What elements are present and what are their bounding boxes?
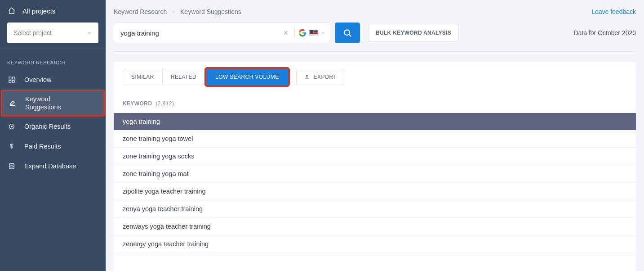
breadcrumb-current[interactable]: Keyword Suggestions	[180, 8, 241, 15]
sidebar: All projects Select project KEYWORD RESE…	[0, 0, 106, 271]
svg-rect-9	[305, 79, 308, 79]
sidebar-item-label-line1: Keyword	[25, 95, 61, 103]
search-engine-selector[interactable]	[298, 29, 325, 37]
svg-point-7	[344, 30, 350, 35]
flag-us-icon	[309, 30, 318, 36]
project-select[interactable]: Select project	[7, 23, 98, 43]
grid-icon	[7, 75, 16, 84]
table-row[interactable]: zone training yoga socks	[114, 148, 636, 165]
sidebar-item-overview[interactable]: Overview	[0, 70, 106, 90]
google-icon	[298, 29, 306, 37]
data-date-label: Data for October 2020	[573, 29, 636, 36]
svg-rect-0	[9, 77, 11, 79]
table-row[interactable]: zipolite yoga teacher training	[114, 183, 636, 200]
sidebar-section-header: KEYWORD RESEARCH	[0, 49, 106, 70]
table-row[interactable]: zenways yoga teacher training	[114, 218, 636, 235]
keyword-list: yoga training zone training yoga towel z…	[114, 113, 636, 271]
dollar-icon	[7, 142, 16, 151]
svg-rect-2	[9, 80, 11, 82]
results-panel: SIMILAR RELATED LOW SEARCH VOLUME EXPORT…	[114, 62, 636, 271]
sidebar-item-paid-results[interactable]: Paid Results	[0, 136, 106, 156]
table-row[interactable]: zone training yoga mat	[114, 165, 636, 183]
all-projects-label: All projects	[22, 7, 55, 15]
sidebar-item-keyword-suggestions[interactable]: Keyword Suggestions	[1, 90, 105, 117]
svg-rect-1	[12, 77, 14, 79]
target-icon	[7, 122, 16, 131]
export-button[interactable]: EXPORT	[296, 69, 345, 85]
tab-similar[interactable]: SIMILAR	[123, 69, 163, 85]
table-row[interactable]: yoga training	[114, 113, 636, 130]
clear-icon[interactable]: ×	[280, 28, 291, 38]
divider	[294, 27, 295, 38]
svg-point-5	[11, 126, 13, 127]
sidebar-item-expand-database[interactable]: Expand Database	[0, 156, 106, 176]
chevron-down-icon	[321, 31, 325, 35]
sidebar-item-label: Paid Results	[24, 142, 61, 150]
sidebar-item-label-line2: Suggestions	[25, 103, 61, 111]
upload-icon	[304, 74, 310, 80]
tab-low-search-volume[interactable]: LOW SEARCH VOLUME	[204, 67, 290, 87]
search-icon	[343, 28, 352, 37]
svg-line-8	[349, 35, 351, 37]
edit-icon	[8, 99, 17, 108]
filter-tabs: SIMILAR RELATED LOW SEARCH VOLUME	[123, 69, 290, 85]
chevron-right-icon	[171, 9, 176, 14]
breadcrumb-root[interactable]: Keyword Research	[114, 8, 167, 15]
breadcrumb: Keyword Research Keyword Suggestions	[114, 8, 241, 15]
keyword-input[interactable]	[120, 29, 280, 37]
list-header-count: (2,912)	[155, 100, 174, 107]
sidebar-item-label: Expand Database	[24, 162, 76, 170]
search-box: ×	[114, 23, 330, 43]
project-select-placeholder: Select project	[13, 29, 52, 36]
tab-related[interactable]: RELATED	[163, 69, 205, 85]
bulk-keyword-analysis-button[interactable]: BULK KEYWORD ANALYSIS	[368, 24, 459, 42]
list-header: KEYWORD (2,912)	[114, 91, 636, 113]
all-projects-link[interactable]: All projects	[7, 6, 98, 15]
table-row[interactable]: zone training yoga towel	[114, 130, 636, 148]
main-content: Keyword Research Keyword Suggestions Lea…	[106, 0, 644, 271]
sidebar-item-organic-results[interactable]: Organic Results	[0, 117, 106, 136]
list-header-title: KEYWORD	[123, 100, 152, 107]
table-row[interactable]: zenya yoga teacher training	[114, 200, 636, 218]
export-label: EXPORT	[314, 74, 337, 80]
sidebar-item-label: Organic Results	[24, 122, 71, 131]
database-icon	[7, 162, 16, 171]
svg-rect-3	[12, 80, 14, 82]
svg-point-6	[9, 163, 14, 165]
divider	[114, 51, 636, 52]
chevron-down-icon	[87, 30, 92, 36]
sidebar-item-label: Overview	[24, 76, 51, 84]
table-row[interactable]: zenergy yoga teacher training	[114, 235, 636, 253]
leave-feedback-link[interactable]: Leave feedback	[591, 8, 636, 15]
home-icon	[7, 6, 16, 15]
search-button[interactable]	[335, 23, 360, 43]
